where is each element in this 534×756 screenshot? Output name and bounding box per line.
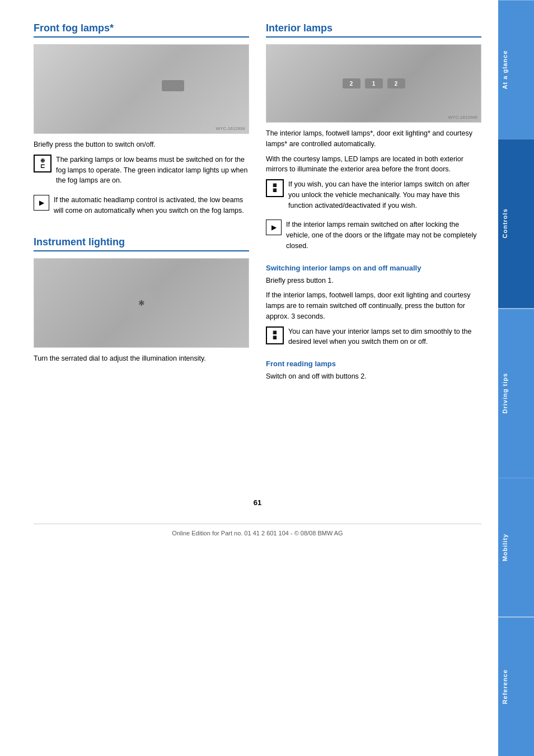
interior-lamps-para1: The interior lamps, footwell lamps*, doo…	[266, 128, 481, 150]
switching-para1: Briefly press button 1.	[266, 276, 481, 286]
front-fog-lamps-image: WYC-1612934	[34, 44, 249, 134]
fog-lamp-image-code: WYC-1612934	[216, 126, 245, 131]
sidebar-tab-at-glance[interactable]: At a glance	[498, 0, 534, 139]
sidebar-tab-reference[interactable]: Reference	[498, 617, 534, 756]
fog-lamps-note2: If the automatic headlamp control is act…	[34, 195, 249, 221]
page-number: 61	[34, 498, 481, 507]
instrument-lighting-title: Instrument lighting	[34, 236, 249, 251]
sidebar-tab-driving-tips[interactable]: Driving tips	[498, 309, 534, 478]
front-fog-lamps-title: Front fog lamps*	[34, 22, 249, 38]
interior-lamps-title: Interior lamps	[266, 22, 481, 38]
interior-lamps-image: 2 1 2 WYC-1612945	[266, 44, 481, 123]
interior-lamps-note3: ▦▦ You can have your interior lamps set …	[266, 326, 481, 352]
play-icon-interior	[266, 220, 282, 235]
dim-icon-1: ▦▦	[266, 179, 284, 197]
page-footer: Online Edition for Part no. 01 41 2 601 …	[34, 524, 481, 536]
fog-lamps-para1: Briefly press the button to switch on/of…	[34, 139, 249, 150]
right-sidebar: At a glance Controls Driving tips Mobili…	[498, 0, 534, 756]
fog-lamps-note2-text: If the automatic headlamp control is act…	[54, 195, 249, 216]
fog-lamps-note1-text: The parking lamps or low beams must be s…	[56, 155, 249, 186]
front-reading-lamps-title: Front reading lamps	[266, 360, 481, 368]
interior-lamps-note2: If the interior lamps remain switched on…	[266, 220, 481, 255]
interior-image-code: WYC-1612945	[448, 115, 477, 120]
dial-icon: ✱	[128, 289, 156, 317]
instrument-lighting-image: ✱	[34, 258, 249, 348]
sidebar-tab-mobility[interactable]: Mobility	[498, 478, 534, 617]
interior-lamps-note1: ▦▦ If you wish, you can have the interio…	[266, 179, 481, 215]
interior-btn-2-right: 2	[387, 78, 405, 88]
front-reading-lamps-para: Switch on and off with buttons 2.	[266, 371, 481, 382]
interior-btn-2-left: 2	[343, 78, 360, 88]
play-icon-fog	[34, 195, 49, 211]
switching-interior-title: Switching interior lamps on and off manu…	[266, 264, 481, 272]
interior-lamps-note3-text: You can have your interior lamps set to …	[288, 326, 481, 348]
interior-lamps-note2-text: If the interior lamps remain switched on…	[286, 220, 481, 251]
interior-btn-1: 1	[365, 78, 383, 88]
fog-lamps-note1: ⊕⊏ The parking lamps or low beams must b…	[34, 155, 249, 190]
instrument-lighting-para1: Turn the serrated dial to adjust the ill…	[34, 353, 249, 364]
dim-icon-2: ▦▦	[266, 326, 284, 344]
interior-lamps-note1-text: If you wish, you can have the interior l…	[288, 179, 481, 211]
car-lamp-icon: ⊕⊏	[34, 155, 51, 172]
sidebar-tab-controls[interactable]: Controls	[498, 139, 534, 308]
switching-para2: If the interior lamps, footwell lamps, d…	[266, 290, 481, 321]
interior-lamps-para2: With the courtesy lamps, LED lamps are l…	[266, 154, 481, 175]
